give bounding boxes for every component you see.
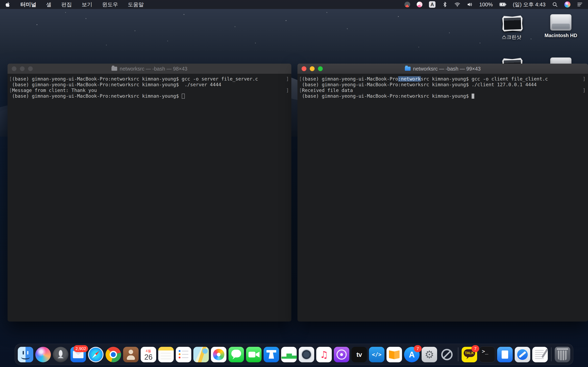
close-button[interactable] bbox=[12, 66, 17, 71]
dock-divider bbox=[551, 347, 552, 361]
mail-badge: 2,902 bbox=[73, 345, 88, 352]
keynote-dock-icon[interactable] bbox=[264, 347, 279, 362]
menu-item-윈도우[interactable]: 윈도우 bbox=[102, 1, 118, 8]
menu-item-보기[interactable]: 보기 bbox=[82, 1, 92, 8]
siri-dock-icon[interactable] bbox=[35, 347, 51, 362]
calendar-dock-icon[interactable]: 4월26 bbox=[141, 347, 156, 362]
safari-dock-icon[interactable] bbox=[88, 347, 104, 362]
photo-booth-dock-icon[interactable] bbox=[299, 347, 314, 362]
terminal-text: (base) gimnan-yeong-ui-MacBook-Pro:netwo… bbox=[302, 82, 536, 87]
terminal-text: src kimnan-young$ gcc -o client file_cli… bbox=[421, 76, 548, 82]
terminal-mark: ] bbox=[583, 76, 586, 82]
blocked-app-dock-icon[interactable] bbox=[439, 347, 455, 362]
title-bar[interactable]: networksrc — -bash — 99×43 bbox=[297, 64, 588, 74]
trash-dock-icon[interactable] bbox=[555, 347, 570, 362]
calendar-day: 26 bbox=[144, 353, 153, 361]
window-controls bbox=[302, 64, 323, 74]
textedit-dock-icon[interactable] bbox=[532, 347, 548, 362]
terminal-mark: [ bbox=[299, 87, 302, 93]
desktop-icon-macintosh-hd[interactable]: Macintosh HD bbox=[544, 14, 578, 38]
notes-dock-icon[interactable] bbox=[158, 347, 174, 362]
system-preferences-glyph: ⚙ bbox=[425, 349, 434, 361]
terminal-line: [Message from client: Thank you] bbox=[9, 87, 291, 93]
wifi-icon[interactable] bbox=[454, 2, 460, 7]
menu-item-도움말[interactable]: 도움말 bbox=[128, 1, 144, 8]
terminal-text: (base) gimnan-yeong-ui-MacBook-Pro:netwo… bbox=[12, 82, 221, 87]
folder-proxy-icon[interactable] bbox=[112, 67, 117, 71]
menu-item-셸[interactable]: 셸 bbox=[46, 1, 52, 8]
terminal-line: (base) gimnan-yeong-ui-MacBook-Pro:netwo… bbox=[299, 82, 588, 87]
finder-dock-icon[interactable] bbox=[18, 347, 33, 362]
chrome-dock-icon[interactable] bbox=[105, 347, 121, 362]
calendar-month: 4월 bbox=[146, 349, 151, 353]
volume-icon[interactable] bbox=[467, 2, 473, 7]
terminal-output[interactable]: [(base) gimnan-yeong-ui-MacBook-Pro:netw… bbox=[297, 74, 588, 322]
terminal-mark: [ bbox=[9, 87, 12, 93]
contacts-dock-icon[interactable] bbox=[123, 347, 139, 362]
music-dock-icon[interactable]: ♫ bbox=[316, 347, 332, 362]
minimize-button[interactable] bbox=[310, 66, 315, 71]
desktop-icon-label: 스크린샷 bbox=[494, 34, 529, 40]
folder-proxy-icon[interactable] bbox=[405, 67, 411, 71]
app-store-dock-icon[interactable]: A7 bbox=[404, 347, 420, 362]
facetime-dock-icon[interactable] bbox=[246, 347, 261, 362]
terminal-text: (base) gimnan-yeong-ui-MacBook-Pro bbox=[302, 76, 398, 82]
status-app-icon-2[interactable] bbox=[417, 2, 423, 7]
numbers-dock-icon[interactable]: ▂▅▃ bbox=[281, 347, 297, 362]
music-glyph: ♫ bbox=[320, 349, 328, 360]
battery-icon[interactable] bbox=[499, 2, 506, 7]
terminal-text: Received file data bbox=[302, 88, 353, 93]
launchpad-dock-icon[interactable] bbox=[53, 347, 68, 362]
title-bar[interactable]: networksrc — -bash — 98×43 bbox=[8, 64, 291, 74]
terminal-cursor bbox=[472, 94, 474, 99]
terminal-mark: ] bbox=[286, 87, 289, 93]
messages-dock-icon[interactable] bbox=[228, 347, 244, 362]
numbers-glyph: ▂▅▃ bbox=[282, 350, 296, 359]
photos-dock-icon[interactable] bbox=[211, 347, 226, 362]
terminal-line: (base) gimnan-yeong-ui-MacBook-Pro:netwo… bbox=[9, 82, 291, 87]
app-store-badge: 7 bbox=[414, 345, 422, 352]
system-preferences-dock-icon[interactable]: ⚙ bbox=[422, 347, 437, 362]
kakaotalk-badge: 7 bbox=[471, 345, 479, 352]
terminal-line: [(base) gimnan-yeong-ui-MacBook-Pro:netw… bbox=[299, 76, 588, 82]
menu-item-편집[interactable]: 편집 bbox=[61, 1, 72, 8]
window-title-text: networksrc — -bash — 99×43 bbox=[413, 66, 481, 72]
minimize-button[interactable] bbox=[20, 66, 25, 71]
terminal-dock-icon[interactable]: >_ bbox=[479, 346, 495, 362]
zoom-button[interactable] bbox=[28, 66, 33, 71]
input-source-icon[interactable]: A bbox=[429, 1, 435, 8]
close-button[interactable] bbox=[302, 66, 306, 71]
siri-icon[interactable] bbox=[564, 1, 571, 8]
books-dock-icon[interactable] bbox=[387, 347, 402, 362]
terminal-line: [(base) gimnan-yeong-ui-MacBook-Pro:netw… bbox=[9, 76, 291, 82]
notification-list-icon[interactable] bbox=[577, 2, 583, 7]
apple-menu[interactable] bbox=[5, 2, 10, 7]
screenshots-stack-icon bbox=[500, 13, 523, 32]
mail-dock-icon[interactable]: 2,902 bbox=[70, 347, 86, 362]
status-app-icon-1[interactable] bbox=[405, 2, 410, 7]
kakaotalk-dock-icon[interactable]: TALK7 bbox=[462, 347, 477, 362]
terminal-output[interactable]: [(base) gimnan-yeong-ui-MacBook-Pro:netw… bbox=[8, 74, 291, 322]
maps-dock-icon[interactable] bbox=[193, 347, 209, 362]
desktop-icon-screenshots[interactable]: 스크린샷 bbox=[494, 13, 529, 40]
bluetooth-icon[interactable] bbox=[442, 2, 448, 7]
window-controls bbox=[12, 64, 33, 74]
dock: 2,9024월26▂▅▃♫tv</>A7⚙TALK7>_ bbox=[15, 344, 573, 365]
vscode-dock-icon[interactable]: </> bbox=[369, 347, 384, 362]
terminal-mark: ] bbox=[583, 87, 586, 93]
xcode-dock-icon[interactable] bbox=[515, 347, 530, 362]
tv-dock-icon[interactable]: tv bbox=[351, 347, 367, 362]
podcasts-dock-icon[interactable] bbox=[334, 347, 349, 362]
clock[interactable]: (일) 오후 4:43 bbox=[513, 1, 545, 8]
reminders-dock-icon[interactable] bbox=[176, 347, 191, 362]
terminal-line: (base) gimnan-yeong-ui-MacBook-Pro:netwo… bbox=[299, 93, 588, 99]
terminal-text: (base) gimnan-yeong-ui-MacBook-Pro:netwo… bbox=[302, 93, 472, 99]
menu-item-터미널[interactable]: 터미널 bbox=[20, 1, 36, 8]
kakaotalk-glyph: TALK bbox=[465, 351, 474, 355]
blue-app-dock-icon[interactable] bbox=[497, 347, 513, 362]
zoom-button[interactable] bbox=[318, 66, 323, 71]
desktop: 터미널셸편집보기윈도우도움말 A 100% (일) 오후 4:43 bbox=[0, 0, 588, 367]
terminal-window-server: networksrc — -bash — 98×43 [(base) gimna… bbox=[8, 64, 291, 322]
spotlight-search-icon[interactable] bbox=[552, 2, 558, 7]
dock-divider bbox=[458, 347, 458, 361]
